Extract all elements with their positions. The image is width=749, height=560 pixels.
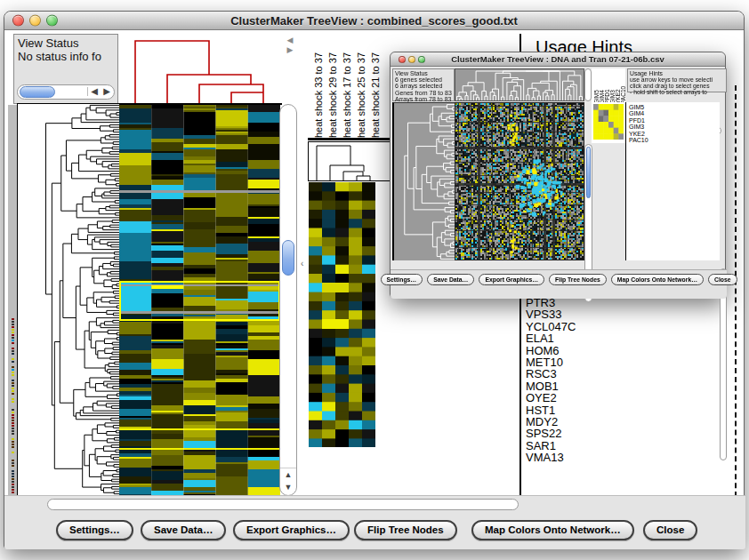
gene-name[interactable]: MOB1 — [526, 380, 576, 392]
inner-gene-tree-panel[interactable] — [392, 102, 455, 260]
global-vscrollbar[interactable]: ▲ ▼ — [279, 104, 297, 496]
inner-array-scrollbar[interactable] — [584, 68, 592, 101]
gene-name[interactable]: VPS33 — [526, 308, 576, 320]
view-status-info: No status info fo — [14, 50, 117, 63]
gene-name[interactable]: SPS22 — [526, 428, 576, 439]
scroll-left-icon[interactable]: ◀ — [87, 87, 98, 96]
zoom-array-dendrogram — [309, 142, 396, 180]
array-label[interactable]: heat shock 17 to 37 — [342, 34, 356, 138]
inner-gene-name[interactable]: PFD1 — [629, 117, 720, 124]
gene-name[interactable]: PTR3 — [526, 297, 576, 308]
inner-zoom-checker-panel[interactable] — [592, 102, 625, 143]
close-button[interactable]: Close — [643, 520, 697, 540]
pan-up-icon[interactable]: ◀ — [282, 36, 298, 45]
gene-name[interactable]: ELA1 — [526, 332, 576, 344]
inner-array-label[interactable]: PAC10 — [620, 68, 625, 104]
inner-vscrollbar-thumb[interactable] — [586, 147, 591, 198]
inner-usage-hints-panel: Usage Hints use arrow keys to move selec… — [627, 68, 727, 92]
gene-tree-panel[interactable] — [17, 103, 120, 496]
inner-view-status-line: Genes from 78 to 83 — [395, 90, 452, 96]
inner-view-status-panel: View Status 6 genes selected6 arrays sel… — [392, 68, 455, 101]
inner-gene-name[interactable]: GIM5 — [629, 104, 720, 110]
inner-heatmap — [455, 103, 584, 260]
gene-name[interactable]: SAR1 — [526, 440, 576, 452]
gene-name[interactable]: VMA13 — [526, 452, 576, 463]
inner-heatmap-panel[interactable] — [455, 102, 584, 260]
array-label[interactable]: heat shock 21 to 37 — [370, 34, 384, 138]
status-scrollbar-thumb[interactable] — [20, 86, 55, 98]
label-pan-arrows: ◀ ▶ — [282, 36, 298, 62]
array-label[interactable]: heat shock 25 to 37 — [356, 34, 370, 138]
scroll-down-icon[interactable]: ▼ — [280, 484, 296, 492]
global-vscrollbar-thumb[interactable] — [282, 240, 294, 276]
settings-button[interactable]: Settings… — [56, 520, 133, 540]
inner-minimize-icon[interactable] — [408, 56, 415, 63]
array-tree-panel[interactable] — [119, 34, 282, 105]
global-heatmap-panel[interactable] — [119, 103, 280, 496]
save-data-button[interactable]: Save Data… — [141, 520, 226, 540]
inner-window-title: ClusterMaker TreeView : DNA and Tran 07-… — [451, 54, 664, 64]
zoom-window-icon[interactable] — [46, 15, 58, 27]
inner-array-tree-panel[interactable] — [455, 68, 584, 101]
footer-area: Settings… Save Data… Export Graphics… Fl… — [4, 495, 745, 549]
gene-name[interactable]: HOM6 — [526, 345, 576, 356]
view-status-panel: View Status No status info fo ◀ ▶ — [13, 34, 118, 104]
inner-array-label-panel: GIM5GIM4PFD1GIM3YKE2PAC10 — [592, 68, 625, 104]
inner-map-colors-button[interactable]: Map Colors Onto Network… — [611, 274, 704, 285]
inner-zoom-heatmap — [593, 104, 624, 140]
gene-name[interactable]: MDY2 — [526, 416, 576, 428]
map-colors-button[interactable]: Map Colors Onto Network… — [471, 520, 634, 540]
scroll-right-icon[interactable]: ▶ — [103, 87, 110, 96]
inner-gene-name[interactable]: PAC10 — [629, 137, 720, 143]
gene-name[interactable]: OYE2 — [526, 392, 576, 404]
gene-name[interactable]: RSC3 — [526, 368, 576, 380]
scroll-up-icon[interactable]: ▲ — [280, 468, 296, 479]
array-label-panel: heat shock 33 to 37heat shock 29 to 37he… — [308, 34, 398, 140]
status-scrollbar[interactable]: ◀ ▶ — [17, 84, 115, 100]
close-window-icon[interactable] — [12, 15, 24, 27]
inner-usage-hints-lines: use arrow keys to move selecticlick and … — [630, 76, 724, 95]
pan-arrow-icon[interactable]: ‹ — [301, 259, 303, 268]
inner-gene-name[interactable]: GIM4 — [629, 110, 720, 116]
inner-flip-tree-nodes-button[interactable]: Flip Tree Nodes — [549, 274, 607, 285]
global-hscrollbar[interactable] — [47, 499, 519, 510]
inner-save-data-button[interactable]: Save Data… — [427, 274, 474, 285]
inner-export-graphics-button[interactable]: Export Graphics… — [479, 274, 544, 285]
flip-tree-nodes-button[interactable]: Flip Tree Nodes — [354, 520, 457, 540]
main-window: ClusterMaker TreeView : combined_scores_… — [4, 11, 745, 548]
inner-close-button[interactable]: Close — [708, 274, 737, 285]
inner-gene-dendrogram — [394, 103, 455, 260]
minimize-window-icon[interactable] — [29, 15, 41, 27]
inner-usage-hint-line: - hold shift to select arrays to — [630, 89, 724, 95]
inner-view-status-lines: 6 genes selected6 arrays selectedGenes f… — [395, 76, 452, 102]
inner-gene-name-list: GIM5GIM4PFD1GIM3YKE2PAC10 — [625, 102, 720, 260]
inner-gene-name[interactable]: YKE2 — [629, 131, 720, 137]
global-overview-strip — [8, 105, 17, 496]
gene-dendrogram — [18, 104, 119, 495]
gene-name[interactable]: MET10 — [526, 356, 576, 368]
inner-settings-button[interactable]: Settings… — [381, 274, 423, 285]
right-overview-strip — [735, 85, 737, 506]
zoom-array-tree-panel[interactable] — [308, 141, 397, 181]
inner-view-status-line: 6 genes selected — [395, 76, 452, 83]
inner-zoom-icon[interactable] — [418, 56, 425, 63]
inner-usage-hint-line: click and drag to select genes — [630, 83, 724, 89]
window-controls — [12, 15, 58, 27]
inner-title-bar[interactable]: ClusterMaker TreeView : DNA and Tran 07-… — [391, 52, 725, 67]
inner-window: ClusterMaker TreeView : DNA and Tran 07-… — [390, 52, 726, 298]
inner-array-dendrogram — [455, 69, 584, 100]
array-label[interactable]: heat shock 33 to 37 — [313, 34, 327, 138]
pan-down-icon[interactable]: ▶ — [282, 45, 298, 55]
view-status-title: View Status — [14, 35, 117, 50]
main-title-bar[interactable]: ClusterMaker TreeView : combined_scores_… — [4, 12, 744, 30]
gene-name[interactable]: HST1 — [526, 404, 576, 416]
inner-usage-hints-title: Usage Hints — [630, 70, 724, 76]
array-label[interactable]: heat shock 29 to 37 — [327, 34, 342, 138]
export-graphics-button[interactable]: Export Graphics… — [233, 520, 350, 540]
inner-view-status-line: 6 arrays selected — [395, 83, 452, 89]
gene-name[interactable]: YCL047C — [526, 321, 576, 332]
zoom-heatmap[interactable] — [309, 182, 375, 447]
inner-close-icon[interactable] — [399, 56, 406, 63]
inner-gene-name[interactable]: GIM3 — [629, 124, 720, 130]
inner-button-bar: Settings… Save Data… Export Graphics… Fl… — [391, 269, 727, 299]
